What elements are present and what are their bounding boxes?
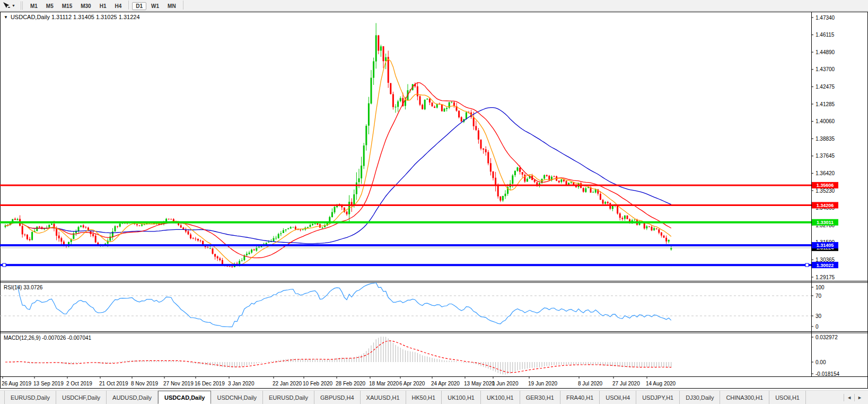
svg-text:8 Jul 2020: 8 Jul 2020 — [578, 381, 603, 386]
svg-text:1.35606: 1.35606 — [817, 183, 834, 188]
candlestick-series — [5, 23, 672, 268]
svg-text:28 Feb 2020: 28 Feb 2020 — [336, 381, 366, 386]
svg-text:0: 0 — [816, 324, 819, 330]
tab-scroll-left-button[interactable]: ◄ — [844, 394, 854, 401]
svg-text:1.47340: 1.47340 — [816, 15, 835, 21]
svg-text:14 Aug 2020: 14 Aug 2020 — [646, 381, 676, 386]
svg-text:27 Jul 2020: 27 Jul 2020 — [612, 381, 640, 386]
hline-1.34206[interactable]: 1.34206 — [0, 202, 838, 209]
svg-text:1.29175: 1.29175 — [816, 274, 835, 280]
ma-line-period-21 — [5, 83, 671, 258]
svg-text:8 Nov 2019: 8 Nov 2019 — [131, 381, 159, 386]
svg-text:10 Feb 2020: 10 Feb 2020 — [303, 381, 333, 386]
chart-title: ▼ USDCAD,Daily 1.31112 1.31405 1.31025 1… — [4, 14, 140, 20]
svg-text:1.34206: 1.34206 — [817, 203, 834, 208]
hline-1.35606[interactable]: 1.35606 — [0, 182, 838, 188]
collapse-caret-icon[interactable]: ▼ — [4, 15, 8, 20]
hline-left-handle[interactable] — [3, 263, 6, 267]
macd-indicator-label: MACD(12,26,9) -0.007026 -0.007041 — [4, 335, 91, 341]
chart-frame — [0, 12, 868, 389]
svg-text:6 Apr 2020: 6 Apr 2020 — [399, 381, 425, 386]
svg-text:1 Jun 2020: 1 Jun 2020 — [492, 381, 519, 386]
svg-text:1.44890: 1.44890 — [816, 49, 835, 55]
svg-text:2 Oct 2019: 2 Oct 2019 — [66, 381, 92, 386]
svg-text:1.36420: 1.36420 — [816, 170, 835, 176]
chart-tab-UK100-H1[interactable]: UK100,H1 — [442, 391, 481, 404]
svg-text:16 Dec 2019: 16 Dec 2019 — [195, 381, 225, 386]
hline-1.30022[interactable]: 1.30022 — [0, 262, 838, 268]
svg-text:1.30022: 1.30022 — [817, 263, 834, 268]
svg-text:0.00: 0.00 — [816, 359, 826, 365]
chart-tab-USDJPY-H1[interactable]: USDJPY,H1 — [636, 391, 680, 404]
svg-text:1.40060: 1.40060 — [816, 118, 835, 124]
svg-text:22 Jan 2020: 22 Jan 2020 — [273, 381, 302, 386]
chart-tab-DJ30-Daily[interactable]: DJ30,Daily — [680, 391, 720, 404]
tab-scroll-right-button[interactable]: ► — [854, 394, 865, 401]
rsi-indicator-label: RSI(14) 33.0726 — [4, 285, 42, 290]
svg-text:3 Jan 2020: 3 Jan 2020 — [228, 381, 255, 386]
svg-text:70: 70 — [816, 293, 822, 299]
chart-tab-bar: EURUSD,DailyUSDCHF,DailyAUDUSD,DailyUSDC… — [0, 390, 868, 404]
chart-tab-GER30-H1[interactable]: GER30,H1 — [520, 391, 560, 404]
chart-tab-EURUSD-Daily[interactable]: EURUSD,Daily — [263, 391, 314, 404]
chart-title-text: USDCAD,Daily 1.31112 1.31405 1.31025 1.3… — [11, 14, 140, 20]
svg-text:21 Oct 2019: 21 Oct 2019 — [99, 381, 128, 386]
svg-text:1.46115: 1.46115 — [816, 32, 835, 38]
svg-text:1.37645: 1.37645 — [816, 153, 835, 159]
chart-tab-FRA40-H1[interactable]: FRA40,H1 — [560, 391, 600, 404]
price-axis: 1.473401.461151.448901.437001.424751.412… — [811, 15, 835, 280]
hline-1.33011[interactable]: 1.33011 — [0, 219, 838, 226]
chart-tab-EURUSD-Daily[interactable]: EURUSD,Daily — [4, 391, 56, 404]
svg-text:19 Jun 2020: 19 Jun 2020 — [528, 381, 557, 386]
ma-line-period-8 — [5, 59, 671, 265]
svg-text:1.33011: 1.33011 — [817, 220, 834, 225]
hline-1.31405[interactable]: 1.31405 — [0, 242, 838, 248]
svg-text:1.31405: 1.31405 — [817, 243, 834, 248]
chart-tab-USOil-H4[interactable]: USOil,H4 — [600, 391, 636, 404]
chart-tab-USDCAD-Daily[interactable]: USDCAD,Daily — [158, 391, 211, 404]
svg-text:1.41285: 1.41285 — [816, 101, 835, 107]
rsi-axis: 10070300 — [811, 285, 825, 330]
date-axis: 26 Aug 201913 Sep 20192 Oct 201921 Oct 2… — [2, 376, 676, 386]
svg-text:1.38835: 1.38835 — [816, 136, 835, 142]
svg-text:1.43700: 1.43700 — [816, 66, 835, 72]
svg-text:26 Aug 2019: 26 Aug 2019 — [2, 381, 32, 386]
chart-tab-GBPUSD-H4[interactable]: GBPUSD,H4 — [314, 391, 361, 404]
mt4-window: ▼ M1M5M15M30H1H4D1W1MN 1.473401.461151.4… — [0, 0, 868, 404]
chart-tab-XAUUSD-H1[interactable]: XAUUSD,H1 — [361, 391, 406, 404]
tab-scroll-controls: ◄► — [844, 391, 868, 404]
svg-text:13 May 2020: 13 May 2020 — [464, 381, 495, 386]
svg-text:1.42475: 1.42475 — [816, 84, 835, 90]
svg-text:100: 100 — [816, 285, 825, 290]
chart-tab-CHINA300-H1[interactable]: CHINA300,H1 — [720, 391, 769, 404]
chart-tab-HK50-H1[interactable]: HK50,H1 — [406, 391, 442, 404]
chart-canvas[interactable]: 1.473401.461151.448901.437001.424751.412… — [0, 0, 868, 404]
chart-tab-AUDUSD-Daily[interactable]: AUDUSD,Daily — [107, 391, 158, 404]
svg-text:13 Sep 2019: 13 Sep 2019 — [33, 381, 64, 386]
svg-text:0.032972: 0.032972 — [816, 334, 838, 340]
svg-text:30: 30 — [816, 313, 822, 319]
svg-text:18 Mar 2020: 18 Mar 2020 — [369, 381, 399, 386]
svg-text:24 Apr 2020: 24 Apr 2020 — [431, 381, 460, 386]
chart-tab-USDCNH-Daily[interactable]: USDCNH,Daily — [211, 391, 263, 404]
svg-text:27 Nov 2019: 27 Nov 2019 — [163, 381, 194, 386]
macd-pane — [5, 337, 671, 374]
svg-text:-0.018154: -0.018154 — [816, 371, 839, 377]
chart-tab-USOil-H1[interactable]: USOil,H1 — [769, 391, 806, 404]
macd-axis: 0.0329720.00-0.018154 — [811, 334, 839, 377]
rsi-pane — [0, 283, 811, 327]
chart-tab-USDCHF-Daily[interactable]: USDCHF,Daily — [56, 391, 107, 404]
svg-text:1.35230: 1.35230 — [816, 188, 835, 194]
hline-right-handle[interactable] — [805, 263, 809, 267]
chart-tab-UK100-H1[interactable]: UK100,H1 — [481, 391, 520, 404]
